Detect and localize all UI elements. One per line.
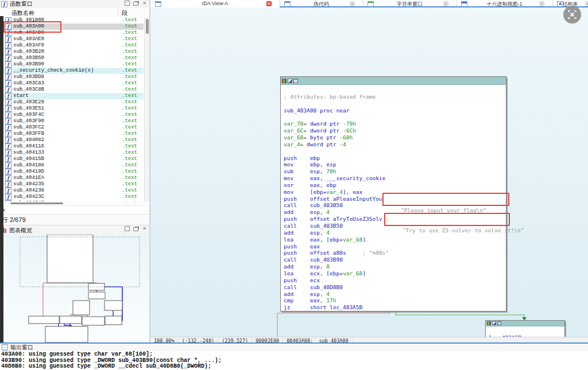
function-row[interactable]: fsub_403FC2.text <box>0 124 144 131</box>
tab-close-icon[interactable]: ✕ <box>443 1 448 6</box>
function-icon: f <box>5 42 11 49</box>
edit-icon[interactable] <box>288 79 292 83</box>
function-row[interactable]: fsub_40423C.text <box>0 194 144 200</box>
function-icon: f <box>5 106 11 112</box>
functions-list[interactable]: fsub_401000.textfsub_403A00.textfsub_403… <box>0 17 144 201</box>
minimize-icon[interactable] <box>125 226 130 231</box>
function-row[interactable]: fsub_403F4C.text <box>0 112 144 118</box>
function-segment: .text <box>122 143 137 149</box>
function-row[interactable]: fsub_403F90.text <box>0 118 144 124</box>
function-segment: .text <box>122 181 137 187</box>
function-segment: .text <box>122 124 137 130</box>
function-row[interactable]: fsub_403FFB.text <box>0 131 144 137</box>
function-row[interactable]: fsub_403B90.text <box>0 61 144 68</box>
function-row[interactable]: fsub_404133.text <box>0 150 144 156</box>
float-window-icon[interactable] <box>133 2 138 6</box>
function-name: sub_403AF0 <box>13 42 44 48</box>
screenshot-tool-button[interactable] <box>563 5 582 24</box>
asm-line: var_4= dword ptr -4 <box>284 141 346 148</box>
function-row[interactable]: fsub_404238.text <box>0 188 144 194</box>
tab-close-icon[interactable]: ✕ <box>585 1 588 6</box>
function-row[interactable]: fsub_403E51.text <box>0 106 144 112</box>
text-view-icon[interactable] <box>293 79 298 83</box>
function-name: sub_403B90 <box>13 61 44 67</box>
function-segment: .text <box>122 175 137 181</box>
tab-IDA View-A[interactable]: IDA View-A✕ <box>150 0 280 7</box>
palette-icon[interactable] <box>282 79 287 83</box>
asm-line: jz short loc_403A5B <box>284 304 362 311</box>
scrollbar-thumb[interactable] <box>10 202 63 204</box>
function-name: sub_403C8B <box>13 87 44 92</box>
function-icon: f <box>5 61 11 68</box>
function-name: sub_403AE0 <box>13 36 44 42</box>
asm-line: call sub_403B50 <box>284 202 343 209</box>
function-row[interactable]: fsub_403C83.text <box>0 80 144 87</box>
row-counter: 行 2/679 <box>0 214 149 225</box>
function-row[interactable]: fsub_404082.text <box>0 137 144 143</box>
close-icon[interactable]: ✕ <box>142 1 147 6</box>
function-segment: .text <box>122 49 137 54</box>
close-icon[interactable]: ✕ <box>142 226 147 231</box>
function-name: sub_404133 <box>13 150 44 155</box>
function-segment: .text <box>122 24 137 29</box>
output-line: 40D8B0: using guessed type _DWORD __cdec… <box>1 364 588 370</box>
function-segment: .text <box>122 61 137 67</box>
scrollbar-thumb[interactable] <box>146 19 149 34</box>
function-segment: .text <box>122 68 137 73</box>
function-row[interactable]: fsub_4041EA.text <box>0 175 144 181</box>
function-name: sub_404116 <box>13 143 44 149</box>
function-row[interactable]: fsub_40419D.text <box>0 169 144 175</box>
functions-panel-titlebar: f 函数窗口 ✕ <box>0 0 149 9</box>
asm-line: push ecx <box>284 277 320 284</box>
function-icon: f <box>5 150 11 156</box>
function-icon: f <box>5 188 11 194</box>
asm-line: mov eax, ___security_cookie <box>284 175 385 182</box>
function-segment: .text <box>122 112 137 118</box>
tab-close-icon[interactable]: ✕ <box>350 1 355 6</box>
palette-icon[interactable] <box>487 321 491 325</box>
asm-line: cmp eax, 17h <box>284 297 336 304</box>
asm-line: call sub_403B50 <box>284 223 343 229</box>
function-row[interactable]: fstart.text <box>0 93 144 99</box>
graph-overview-minimap[interactable] <box>3 235 149 343</box>
functions-horizontal-scrollbar[interactable] <box>3 201 144 205</box>
function-icon: f <box>5 87 11 93</box>
function-row[interactable]: f__security_check_cookie(x).text <box>0 68 144 74</box>
output-window-titlebar: 输出窗口 <box>0 344 588 351</box>
function-segment: .text <box>122 17 137 23</box>
text-view-icon[interactable] <box>497 321 501 325</box>
asm-line: var_70= dword ptr -70h <box>284 120 356 127</box>
function-row[interactable]: fsub_404116.text <box>0 143 144 150</box>
function-row[interactable]: fsub_403B20.text <box>0 49 144 55</box>
ida-graph-view[interactable]: ; Attributes: bp-based framesub_403A00 p… <box>150 7 588 337</box>
function-icon: f <box>5 131 11 137</box>
function-row[interactable]: fsub_404235.text <box>0 181 144 188</box>
minimize-icon[interactable] <box>125 1 130 6</box>
tab-close-icon[interactable]: ✕ <box>539 1 544 6</box>
basic-block-loc_403A5B[interactable]: loc_403A5B: <box>485 320 565 337</box>
function-segment: .text <box>122 118 137 124</box>
function-row[interactable]: fsub_403B50.text <box>0 55 144 61</box>
edit-icon[interactable] <box>492 321 496 325</box>
function-row[interactable]: fsub_404188.text <box>0 162 144 169</box>
function-row[interactable]: fsub_403E29.text <box>0 99 144 106</box>
column-function-name[interactable]: 函数名称 <box>11 9 34 17</box>
node-titlebar <box>486 321 564 326</box>
function-row[interactable]: fsub_403AF0.text <box>0 42 144 49</box>
float-window-icon[interactable] <box>133 227 138 231</box>
tab-close-icon[interactable]: ✕ <box>266 1 272 6</box>
function-name: sub_404188 <box>13 162 44 168</box>
function-row[interactable]: fsub_403AE0.text <box>0 36 144 42</box>
functions-filter-row[interactable]: ✕ <box>0 205 149 215</box>
asm-line: xor eax, ebp <box>284 182 336 189</box>
red-annotation-box-string-1: "Please input your flag\n" <box>382 193 509 206</box>
function-name: sub_403BD8 <box>13 74 44 80</box>
function-icon: f <box>5 175 11 181</box>
function-row[interactable]: fsub_403BD8.text <box>0 74 144 80</box>
output-window[interactable]: 输出窗口 403A00: using guessed type char var… <box>0 344 588 370</box>
function-name: start <box>13 93 29 99</box>
function-row[interactable]: fsub_40415B.text <box>0 156 144 162</box>
column-segment[interactable]: 段 <box>122 9 127 17</box>
function-segment: .text <box>122 162 137 168</box>
function-row[interactable]: fsub_403C8B.text <box>0 87 144 93</box>
